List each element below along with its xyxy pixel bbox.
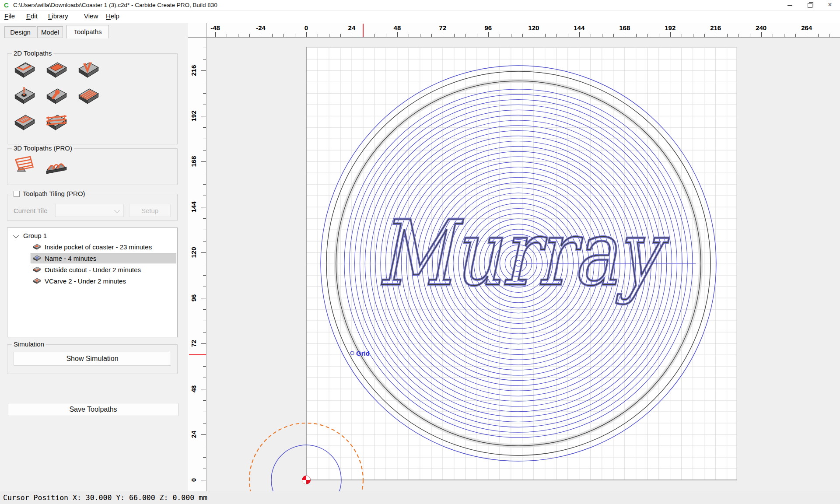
ruler-tick	[203, 150, 206, 150]
texture-lines-toolpath-icon[interactable]	[77, 86, 100, 107]
tab-design[interactable]: Design	[4, 26, 36, 38]
ruler-tick	[738, 34, 739, 37]
cutout-tabs-toolpath-icon[interactable]	[45, 112, 68, 133]
pocket-toolpath-icon[interactable]	[45, 60, 68, 80]
tab-model[interactable]: Model	[37, 26, 63, 38]
design-canvas[interactable]: MurrayMurrayGrid -48-2402448729612014416…	[188, 23, 840, 491]
ruler-tick	[203, 275, 206, 276]
menu-edit[interactable]: Edit	[26, 12, 38, 20]
texture-hatch-toolpath-icon[interactable]	[13, 112, 36, 133]
ruler-label: 0	[304, 24, 308, 32]
contour-toolpath-icon[interactable]	[13, 60, 36, 80]
vcarve-red-icon	[33, 277, 41, 284]
ruler-label: 72	[439, 24, 447, 32]
ruler-label: -48	[210, 24, 220, 32]
svg-text:Grid: Grid	[356, 350, 370, 357]
toolpath-item-4[interactable]: VCarve 2 - Under 2 minutes	[31, 276, 176, 286]
toolpath-group-row[interactable]: Group 1	[7, 231, 177, 242]
tiling-setup-button[interactable]: Setup	[129, 204, 171, 217]
menu-view[interactable]: View	[84, 12, 98, 20]
3d-toolpaths-group: 3D Toolpaths (PRO)	[7, 148, 178, 185]
ruler-tick	[716, 32, 716, 37]
rough-3d-toolpath-icon[interactable]	[13, 155, 36, 175]
menu-file[interactable]: File	[4, 12, 15, 20]
minimize-button[interactable]	[780, 0, 800, 10]
ruler-tick	[431, 34, 432, 37]
ruler-tick	[534, 32, 534, 37]
toolpath-item-1[interactable]: Inside pocket of coaster - 23 minutes	[31, 242, 176, 252]
2d-toolpaths-icon-grid	[13, 60, 118, 133]
ruler-tick	[443, 32, 443, 37]
ruler-tick	[682, 34, 682, 37]
svg-text:Murray: Murray	[378, 201, 669, 305]
ruler-tick	[727, 34, 728, 37]
ruler-tick	[203, 400, 206, 401]
app-logo-icon: C	[4, 1, 9, 9]
finish-3d-toolpath-icon[interactable]	[45, 155, 68, 175]
ruler-tick	[386, 34, 386, 37]
ruler-tick	[201, 298, 206, 298]
simulation-group: Simulation Show Simulation	[7, 344, 178, 374]
ruler-tick	[203, 196, 206, 196]
ruler-label: 216	[190, 64, 199, 77]
ruler-tick	[203, 173, 206, 173]
tab-toolpaths[interactable]: Toolpaths	[66, 25, 109, 38]
ruler-tick	[830, 34, 830, 37]
vertical-ruler: 216192168144120967248240	[188, 38, 207, 491]
ruler-tick	[201, 434, 206, 435]
toolpath-tiling-checkbox[interactable]	[14, 191, 20, 197]
ruler-tick	[201, 252, 206, 253]
ruler-tick	[201, 70, 206, 71]
menu-help[interactable]: Help	[106, 12, 119, 20]
menu-library[interactable]: Library	[48, 12, 68, 20]
restore-button[interactable]	[800, 0, 820, 10]
close-button[interactable]: ×	[820, 0, 840, 10]
ruler-label: 48	[394, 24, 401, 32]
ruler-tick	[203, 230, 206, 230]
vcarve-toolpath-icon[interactable]	[77, 60, 100, 80]
ruler-tick	[648, 34, 648, 37]
ruler-tick	[203, 366, 206, 367]
title-bar: C C:\Users\willa\Downloads\Coaster 1 (3)…	[0, 0, 840, 11]
ruler-tick	[579, 32, 580, 37]
ruler-label: 144	[574, 24, 584, 32]
cursor-y-marker	[189, 354, 206, 355]
3d-toolpaths-icon-grid	[13, 155, 118, 175]
contour-icon	[33, 266, 41, 273]
ruler-tick	[203, 127, 206, 128]
toolpath-list: Group 1 Inside pocket of coaster - 23 mi…	[7, 228, 178, 337]
ruler-label: 192	[190, 109, 199, 122]
toolpath-tiling-label: Toolpath Tiling (PRO)	[23, 190, 85, 197]
toolpath-item-2[interactable]: Name - 4 minutes	[31, 253, 176, 263]
ruler-tick	[466, 34, 466, 37]
toolpath-item-3[interactable]: Outside cutout - Under 2 minutes	[31, 264, 176, 275]
ruler-tick	[352, 32, 352, 37]
ruler-tick	[203, 457, 206, 458]
current-tile-label: Current Tile	[14, 207, 48, 214]
2d-toolpaths-title: 2D Toolpaths	[12, 49, 53, 57]
ruler-tick	[397, 32, 398, 37]
drill-toolpath-icon[interactable]	[13, 86, 36, 107]
2d-toolpaths-group: 2D Toolpaths	[7, 53, 178, 144]
ruler-label: 216	[710, 24, 721, 32]
ruler-corner	[188, 23, 207, 38]
ruler-tick	[636, 34, 637, 37]
ruler-tick	[203, 412, 206, 412]
current-tile-select[interactable]	[55, 204, 124, 217]
ruler-tick	[203, 93, 206, 94]
keyhole-toolpath-icon[interactable]	[45, 86, 68, 107]
close-icon: ×	[828, 1, 832, 8]
show-simulation-button[interactable]: Show Simulation	[14, 352, 171, 366]
ruler-label: 72	[190, 337, 199, 350]
window-title: C:\Users\willa\Downloads\Coaster 1 (3).c…	[13, 2, 217, 8]
chevron-down-icon[interactable]	[13, 233, 19, 238]
ruler-tick	[203, 469, 206, 469]
ruler-tick	[203, 241, 206, 242]
ruler-label: 264	[801, 24, 812, 32]
toolpath-item-label: VCarve 2 - Under 2 minutes	[45, 277, 126, 285]
ruler-tick	[613, 34, 614, 37]
ruler-tick	[203, 82, 206, 82]
cursor-x-marker	[363, 24, 364, 37]
ruler-tick	[807, 32, 807, 37]
save-toolpaths-button[interactable]: Save Toolpaths	[8, 403, 178, 416]
